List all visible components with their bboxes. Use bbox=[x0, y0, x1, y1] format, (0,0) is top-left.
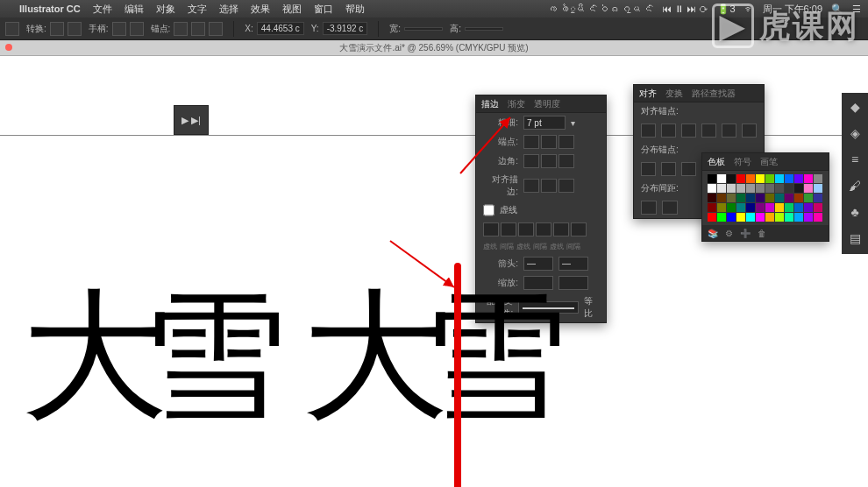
swatch-library-icon[interactable]: 📚 bbox=[708, 229, 718, 238]
swatch[interactable] bbox=[775, 174, 784, 183]
swatch[interactable] bbox=[794, 184, 803, 193]
swatch[interactable] bbox=[804, 213, 813, 222]
cut-path-icon[interactable] bbox=[209, 22, 223, 36]
tab-transform[interactable]: 变换 bbox=[665, 88, 683, 100]
clock[interactable]: 周一 下午6:09 bbox=[763, 3, 822, 16]
swatch[interactable] bbox=[746, 194, 755, 202]
swatch[interactable] bbox=[756, 194, 765, 202]
swatch[interactable] bbox=[727, 213, 736, 222]
tab-swatches[interactable]: 色板 bbox=[708, 156, 725, 168]
swatch[interactable] bbox=[746, 174, 755, 183]
swatch[interactable] bbox=[736, 184, 745, 193]
transform-icons[interactable]: ▶ ▶| bbox=[181, 115, 201, 126]
cap-buttons[interactable] bbox=[523, 135, 574, 149]
tab-gradient[interactable]: 渐变 bbox=[508, 98, 525, 110]
swatch[interactable] bbox=[765, 203, 774, 212]
new-swatch-icon[interactable]: ➕ bbox=[740, 229, 751, 238]
dash-2[interactable] bbox=[518, 222, 534, 236]
swatch[interactable] bbox=[775, 213, 784, 222]
close-window-icon[interactable] bbox=[5, 44, 12, 51]
swatch[interactable] bbox=[717, 213, 726, 222]
media-controls-icon[interactable]: ⏮ ⏸ ⏭ ⟳ bbox=[662, 4, 708, 14]
menu-window[interactable]: 窗口 bbox=[314, 3, 333, 16]
swatch[interactable] bbox=[785, 203, 793, 212]
dash-3[interactable] bbox=[553, 222, 569, 236]
stroke-weight-input[interactable] bbox=[523, 116, 566, 130]
swatch[interactable] bbox=[785, 213, 793, 222]
swatch[interactable] bbox=[727, 184, 736, 193]
tab-align[interactable]: 对齐 bbox=[639, 88, 657, 100]
y-value[interactable]: -3.9192 c bbox=[323, 22, 368, 35]
free-transform-widget[interactable]: ▶ ▶| bbox=[174, 105, 209, 135]
convert-smooth-icon[interactable] bbox=[68, 22, 82, 36]
tab-stroke[interactable]: 描边 bbox=[481, 98, 499, 110]
menu-view[interactable]: 视图 bbox=[282, 3, 302, 16]
gap-2[interactable] bbox=[536, 222, 551, 236]
h-value[interactable] bbox=[465, 27, 503, 31]
menu-object[interactable]: 对象 bbox=[156, 3, 175, 16]
swatch[interactable] bbox=[708, 194, 716, 202]
swatch[interactable] bbox=[708, 203, 716, 212]
layers-panel-icon[interactable]: ▤ bbox=[847, 231, 863, 247]
convert-corner-icon[interactable] bbox=[50, 22, 64, 36]
swatch[interactable] bbox=[765, 174, 774, 183]
menu-icon[interactable]: ☰ bbox=[852, 4, 861, 15]
scale-end[interactable] bbox=[559, 276, 588, 290]
swatch[interactable] bbox=[708, 174, 716, 183]
menu-select[interactable]: 选择 bbox=[219, 3, 238, 16]
swatch[interactable] bbox=[717, 194, 726, 202]
tab-symbols[interactable]: 符号 bbox=[734, 156, 751, 168]
swatch[interactable] bbox=[727, 203, 736, 212]
swatch[interactable] bbox=[814, 174, 822, 183]
swatch[interactable] bbox=[708, 184, 716, 193]
tab-brushes[interactable]: 画笔 bbox=[760, 156, 778, 168]
swatch[interactable] bbox=[814, 194, 822, 202]
handle-icon-2[interactable] bbox=[130, 22, 144, 36]
swatch[interactable] bbox=[794, 194, 803, 202]
align-anchor-buttons[interactable] bbox=[634, 120, 764, 141]
swatch[interactable] bbox=[775, 194, 784, 202]
arrow-end-select[interactable]: — bbox=[559, 257, 588, 271]
gap-1[interactable] bbox=[501, 222, 516, 236]
swatch[interactable] bbox=[756, 184, 765, 193]
menu-help[interactable]: 帮助 bbox=[345, 3, 365, 16]
swatch[interactable] bbox=[736, 203, 745, 212]
app-name[interactable]: Illustrator CC bbox=[19, 4, 81, 14]
swatch[interactable] bbox=[785, 184, 793, 193]
remove-anchor-icon[interactable] bbox=[174, 22, 188, 36]
selected-path[interactable] bbox=[454, 263, 461, 487]
swatch[interactable] bbox=[794, 213, 803, 222]
swatch[interactable] bbox=[814, 203, 822, 212]
dash-checkbox[interactable] bbox=[483, 203, 494, 217]
swatch[interactable] bbox=[736, 194, 745, 202]
swatch[interactable] bbox=[736, 174, 745, 183]
swatch[interactable] bbox=[746, 184, 755, 193]
gap-3[interactable] bbox=[571, 222, 587, 236]
swatch[interactable] bbox=[804, 184, 813, 193]
swatch[interactable] bbox=[717, 203, 726, 212]
w-value[interactable] bbox=[404, 27, 443, 31]
corner-buttons[interactable] bbox=[523, 154, 574, 168]
swatch[interactable] bbox=[814, 213, 822, 222]
swatch-grid[interactable] bbox=[702, 171, 829, 225]
swatch[interactable] bbox=[727, 174, 736, 183]
anchor-point-icon[interactable] bbox=[5, 22, 19, 36]
swatch[interactable] bbox=[794, 174, 803, 183]
menu-type[interactable]: 文字 bbox=[188, 3, 207, 16]
align-stroke-buttons[interactable] bbox=[523, 179, 574, 193]
swatch[interactable] bbox=[765, 184, 774, 193]
swatch[interactable] bbox=[785, 194, 793, 202]
swatch[interactable] bbox=[717, 184, 726, 193]
swatch[interactable] bbox=[765, 194, 774, 202]
swatch[interactable] bbox=[785, 174, 793, 183]
menu-file[interactable]: 文件 bbox=[93, 3, 112, 16]
x-value[interactable]: 44.4653 c bbox=[257, 22, 304, 35]
swatch[interactable] bbox=[794, 203, 803, 212]
swatch[interactable] bbox=[756, 174, 765, 183]
dash-1[interactable] bbox=[483, 222, 499, 236]
color-guide-icon[interactable]: ◈ bbox=[847, 126, 863, 142]
handle-icon[interactable] bbox=[112, 22, 126, 36]
color-panel-icon[interactable]: ◆ bbox=[847, 100, 863, 116]
swatch[interactable] bbox=[765, 213, 774, 222]
swatch[interactable] bbox=[708, 213, 716, 222]
